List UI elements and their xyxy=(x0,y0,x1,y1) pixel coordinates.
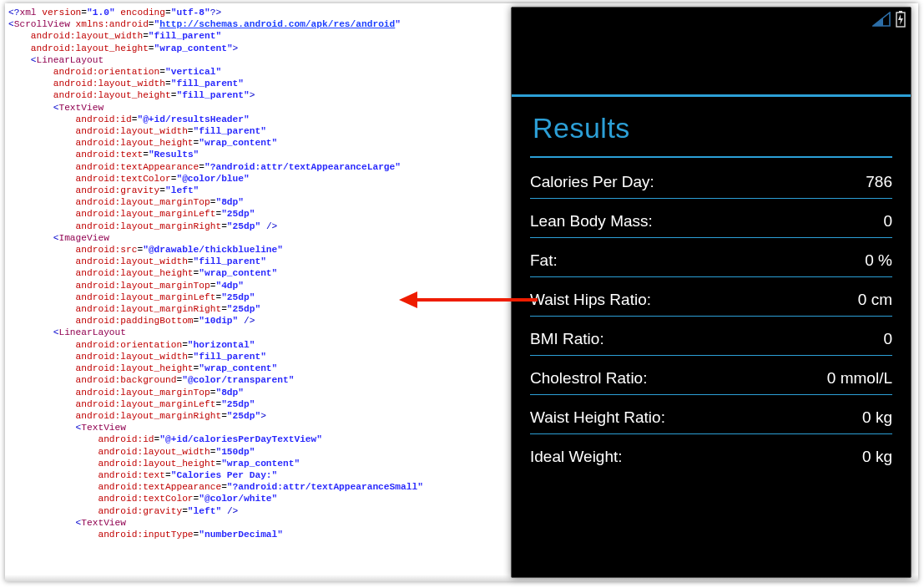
svg-marker-4 xyxy=(898,14,903,25)
action-bar xyxy=(512,31,911,94)
row-label: Cholestrol Ratio: xyxy=(530,369,647,388)
signal-icon xyxy=(872,12,891,27)
device-preview: Results Calories Per Day: 786 Lean Body … xyxy=(511,7,911,578)
row-value: 0 xyxy=(883,330,892,348)
row-fat: Fat: 0 % xyxy=(530,238,892,277)
row-value: 0 % xyxy=(865,251,892,270)
row-waist-hips: Waist Hips Ratio: 0 cm xyxy=(530,277,892,317)
status-bar xyxy=(512,8,911,31)
header-underline xyxy=(530,156,892,158)
battery-icon xyxy=(896,11,906,28)
workspace: <?xml version="1.0" encoding="utf-8"?> <… xyxy=(5,3,918,581)
row-label: Waist Hips Ratio: xyxy=(530,291,651,309)
row-cholesterol: Cholestrol Ratio: 0 mmol/L xyxy=(530,356,892,395)
results-header: Results xyxy=(530,97,892,156)
row-ideal-weight: Ideal Weight: 0 kg xyxy=(530,434,892,473)
row-bmi: BMI Ratio: 0 xyxy=(530,317,892,356)
row-label: BMI Ratio: xyxy=(530,330,604,348)
row-value: 0 xyxy=(883,212,892,231)
row-value: 0 kg xyxy=(862,448,892,466)
row-label: Waist Height Ratio: xyxy=(530,408,665,427)
row-lean-body-mass: Lean Body Mass: 0 xyxy=(530,199,892,238)
xml-source: <?xml version="1.0" encoding="utf-8"?> <… xyxy=(8,7,491,540)
row-label: Fat: xyxy=(530,251,558,270)
row-label: Ideal Weight: xyxy=(530,448,623,466)
row-value: 0 cm xyxy=(858,291,892,309)
row-label: Lean Body Mass: xyxy=(530,212,653,231)
xml-code-pane[interactable]: <?xml version="1.0" encoding="utf-8"?> <… xyxy=(5,3,491,581)
row-label: Calories Per Day: xyxy=(530,173,654,191)
results-screen[interactable]: Results Calories Per Day: 786 Lean Body … xyxy=(512,97,911,473)
row-value: 0 kg xyxy=(862,408,892,427)
row-value: 0 mmol/L xyxy=(827,369,892,388)
row-waist-height: Waist Height Ratio: 0 kg xyxy=(530,395,892,434)
row-calories: Calories Per Day: 786 xyxy=(530,160,892,199)
row-value: 786 xyxy=(866,173,892,191)
